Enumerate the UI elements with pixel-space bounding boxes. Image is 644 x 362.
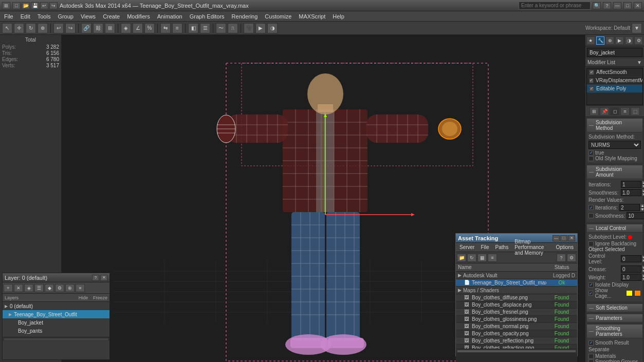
control-level-input[interactable] bbox=[621, 255, 641, 262]
crease-down[interactable]: ▼ bbox=[641, 269, 644, 273]
object-name-input[interactable] bbox=[587, 48, 642, 57]
maximize-button[interactable]: □ bbox=[623, 2, 632, 9]
asset-tool-help[interactable]: ? bbox=[557, 254, 566, 262]
smooth-result-check[interactable]: Smooth Result bbox=[588, 340, 641, 346]
dope-sheet-tool[interactable]: ⎍ bbox=[228, 23, 238, 33]
asset-item-max-file[interactable]: 📄 Teenage_Boy_Street_Outfit_max_vray.max… bbox=[456, 279, 577, 287]
panel-icon-5[interactable]: ⬚ bbox=[631, 107, 640, 116]
asset-close-btn[interactable]: ✕ bbox=[568, 235, 575, 241]
help-button[interactable]: ? bbox=[603, 2, 611, 9]
weight-input[interactable] bbox=[621, 274, 641, 281]
asset-menu-file[interactable]: File bbox=[478, 244, 491, 251]
snap-tool[interactable]: ◈ bbox=[121, 23, 131, 33]
layer-new-btn[interactable]: + bbox=[4, 284, 13, 292]
isolate-display-check[interactable]: Isolate Display bbox=[588, 282, 641, 288]
new-btn[interactable]: □ bbox=[12, 2, 21, 9]
iterations-spinner[interactable]: ▲ ▼ bbox=[621, 181, 644, 188]
close-button[interactable]: ✕ bbox=[634, 2, 642, 9]
smoothness-spinner[interactable]: ▲ ▼ bbox=[621, 189, 644, 196]
align-tool[interactable]: ≡ bbox=[172, 23, 182, 33]
menu-create[interactable]: Create bbox=[100, 13, 123, 20]
asset-tool-settings[interactable]: ⚙ bbox=[567, 254, 576, 262]
smoothing-params-header[interactable]: Smoothing Parameters bbox=[586, 324, 643, 338]
asset-item-refraction[interactable]: 🖼 Boy_clothes_refraction.png Found bbox=[456, 345, 577, 349]
render-tool[interactable]: ▶ bbox=[255, 23, 266, 33]
layer-delete-btn[interactable]: ✕ bbox=[14, 284, 23, 292]
save-btn[interactable]: 💾 bbox=[31, 2, 39, 9]
bind-tool[interactable]: ⊞ bbox=[105, 23, 115, 33]
materials-checkbox[interactable] bbox=[588, 354, 594, 359]
layer-add-select-btn[interactable]: ◈ bbox=[24, 284, 33, 292]
menu-animation[interactable]: Animation bbox=[154, 13, 186, 20]
percent-snap-tool[interactable]: % bbox=[144, 23, 155, 33]
asset-item-normal[interactable]: 🖼 Boy_clothes_normal.png Found bbox=[456, 323, 577, 330]
render-iter-up[interactable]: ▲ bbox=[640, 204, 644, 207]
layer-item-teenage-boy[interactable]: ▶ Teenage_Boy_Street_Outfit bbox=[3, 310, 109, 318]
asset-group-maps[interactable]: ▶ Maps / Shaders bbox=[456, 287, 577, 294]
workspace-dropdown[interactable]: ▼ bbox=[632, 23, 642, 33]
minimize-button[interactable]: — bbox=[613, 2, 621, 9]
mod-check-3[interactable]: ✓ bbox=[589, 86, 594, 91]
smoothness-input[interactable] bbox=[621, 189, 641, 196]
mod-check-2[interactable]: ✓ bbox=[589, 78, 594, 83]
smoothing-groups-check[interactable]: Smoothing Groups bbox=[588, 359, 641, 362]
render-iter-input[interactable] bbox=[619, 204, 640, 211]
layer-highlight-btn[interactable]: ◆ bbox=[45, 284, 54, 292]
old-style-check[interactable]: Old Style Mapping bbox=[588, 156, 641, 161]
layer-hscroll-track[interactable] bbox=[4, 338, 108, 341]
crease-spinner[interactable]: ▲ ▼ bbox=[621, 265, 644, 273]
panel-icon-4[interactable]: ≡ bbox=[620, 107, 630, 116]
motion-panel-btn[interactable]: ▶ bbox=[615, 36, 624, 45]
mirror-tool[interactable]: ⇆ bbox=[160, 23, 171, 33]
ignore-backfacing-check[interactable]: Ignore Backfacing bbox=[588, 241, 641, 246]
asset-menu-bitmap-perf[interactable]: Bitmap Performance and Memory bbox=[512, 238, 552, 256]
select-tool[interactable]: ↖ bbox=[2, 23, 12, 33]
asset-minimize-btn[interactable]: — bbox=[553, 235, 560, 241]
display-panel-btn[interactable]: ◑ bbox=[625, 36, 634, 45]
menu-rendering[interactable]: Rendering bbox=[229, 13, 261, 20]
menu-edit[interactable]: Edit bbox=[17, 13, 33, 20]
unlink-tool[interactable]: ⛓ bbox=[93, 23, 103, 33]
undo-btn[interactable]: ↩ bbox=[40, 2, 48, 9]
menu-customize[interactable]: Customize bbox=[262, 13, 295, 20]
asset-menu-options[interactable]: Options bbox=[554, 244, 576, 251]
render-iter-checkbox[interactable] bbox=[588, 205, 594, 210]
curve-editor-tool[interactable]: 〜 bbox=[216, 23, 226, 33]
layer-item-pants[interactable]: Boy_pants bbox=[3, 327, 109, 335]
menu-tools[interactable]: Tools bbox=[34, 13, 54, 20]
asset-path-input[interactable] bbox=[456, 353, 577, 362]
asset-tool-table[interactable]: ≡ bbox=[488, 254, 497, 262]
asset-menu-paths[interactable]: Paths bbox=[493, 244, 511, 251]
redo-btn[interactable]: ↪ bbox=[49, 2, 58, 9]
redo-tool[interactable]: ↪ bbox=[65, 23, 76, 33]
asset-hscroll-thumb[interactable] bbox=[457, 350, 576, 353]
create-panel-btn[interactable]: ★ bbox=[586, 36, 595, 45]
modifier-affect-smooth[interactable]: ✓ AffectSmooth bbox=[587, 68, 642, 77]
asset-item-fresnel[interactable]: 🖼 Boy_clothes_fresnel.png Found bbox=[456, 309, 577, 316]
panel-icon-pin[interactable]: 📌 bbox=[600, 107, 609, 116]
render-smooth-input[interactable] bbox=[627, 212, 644, 219]
panel-icon-3[interactable]: ◻ bbox=[610, 107, 619, 116]
menu-help[interactable]: Help bbox=[329, 13, 347, 20]
asset-item-opacity[interactable]: 🖼 Boy_clothes_opacity.png Found bbox=[456, 330, 577, 337]
link-tool[interactable]: 🔗 bbox=[81, 23, 91, 33]
menu-views[interactable]: Views bbox=[78, 13, 99, 20]
mod-check-1[interactable]: ✓ bbox=[589, 70, 594, 75]
crease-up[interactable]: ▲ bbox=[641, 265, 644, 269]
menu-file[interactable]: File bbox=[1, 13, 16, 20]
parameters-header[interactable]: Parameters bbox=[586, 314, 643, 322]
smooth-result-checkbox[interactable] bbox=[588, 340, 594, 346]
asset-menu-server[interactable]: Server bbox=[457, 244, 477, 251]
show-cage-checkbox[interactable] bbox=[588, 291, 593, 296]
undo-tool[interactable]: ↩ bbox=[53, 23, 64, 33]
cage-color-swatch-2[interactable] bbox=[634, 290, 641, 296]
menu-group[interactable]: Group bbox=[54, 13, 77, 20]
apply-whole-mesh-checkbox[interactable] bbox=[588, 150, 594, 156]
materials-check[interactable]: Materials bbox=[588, 353, 641, 359]
layer-item-shirt[interactable]: Boy_shirt bbox=[3, 335, 109, 337]
control-level-down[interactable]: ▼ bbox=[641, 259, 644, 262]
menu-graph-editors[interactable]: Graph Editors bbox=[187, 13, 228, 20]
local-control-header[interactable]: Local Control bbox=[586, 224, 643, 233]
menu-maxscript[interactable]: MAXScript bbox=[296, 13, 328, 20]
render-iter-down[interactable]: ▼ bbox=[640, 207, 644, 211]
